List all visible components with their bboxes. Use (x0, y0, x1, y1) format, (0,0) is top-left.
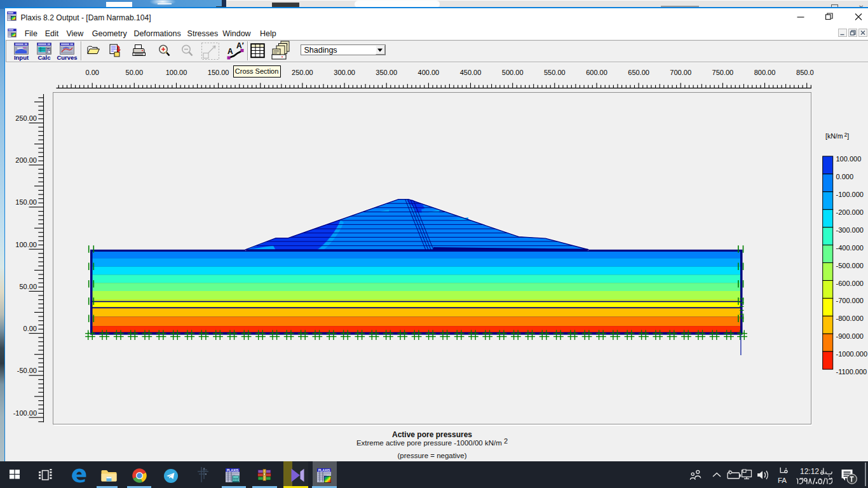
svg-text:PLAXIS: PLAXIS (318, 468, 330, 472)
svg-text:PLAXIS: PLAXIS (227, 468, 239, 472)
